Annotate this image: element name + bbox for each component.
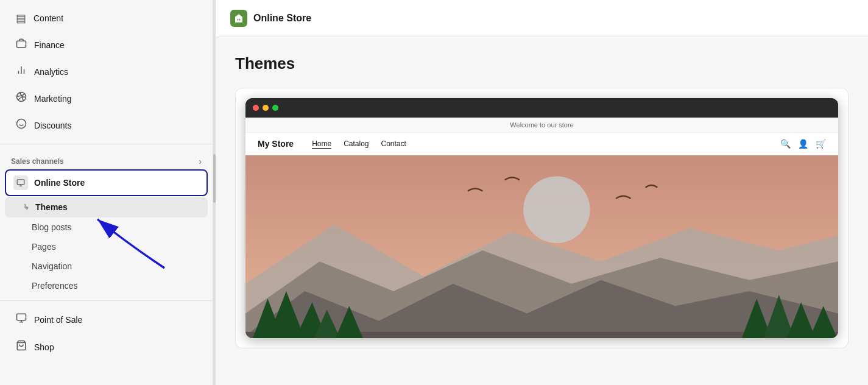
- content-icon: ▤: [16, 12, 26, 25]
- svg-point-17: [523, 176, 590, 242]
- sidebar-item-preferences[interactable]: Preferences: [5, 276, 208, 295]
- store-nav-home[interactable]: Home: [312, 140, 331, 149]
- browser-dot-red: [253, 105, 259, 111]
- svg-rect-14: [238, 19, 239, 21]
- sidebar-item-shop[interactable]: Shop: [5, 334, 208, 360]
- main-content: Online Store Themes Welcome to our store: [216, 0, 868, 385]
- svg-rect-11: [17, 314, 26, 320]
- sidebar-item-marketing[interactable]: Marketing: [5, 85, 208, 111]
- sidebar-item-navigation[interactable]: Navigation: [5, 256, 208, 276]
- marketing-icon: [16, 91, 27, 105]
- sidebar: ▤ Content Finance Analytics Marketing: [0, 0, 213, 385]
- store-nav-icons: 🔍 👤 🛒: [780, 139, 826, 149]
- store-nav-catalog[interactable]: Catalog: [344, 140, 369, 148]
- browser-dot-yellow: [263, 105, 269, 111]
- sidebar-item-pages[interactable]: Pages: [5, 237, 208, 256]
- store-hero: [245, 155, 838, 338]
- point-of-sale-icon: [16, 313, 27, 327]
- sidebar-item-analytics[interactable]: Analytics: [5, 58, 208, 85]
- sidebar-item-discounts[interactable]: Discounts: [5, 112, 208, 138]
- store-logo: My Store: [258, 139, 294, 149]
- sidebar-item-blog-posts[interactable]: Blog posts: [5, 217, 208, 237]
- svg-rect-0: [17, 41, 26, 48]
- sidebar-item-themes[interactable]: ↳ Themes: [5, 197, 208, 217]
- svg-point-5: [17, 119, 26, 129]
- sidebar-item-online-store[interactable]: Online Store: [5, 169, 208, 196]
- sidebar-item-point-of-sale[interactable]: Point of Sale: [5, 306, 208, 333]
- sales-channels-label: Sales channels ›: [0, 149, 213, 169]
- store-nav-contact[interactable]: Contact: [381, 140, 406, 148]
- search-icon: 🔍: [780, 139, 791, 149]
- cart-icon: 🛒: [816, 139, 826, 149]
- browser-bar: [245, 98, 838, 118]
- theme-preview-card: Welcome to our store My Store Home Catal…: [235, 88, 849, 348]
- page-title: Themes: [235, 54, 849, 73]
- store-announcement: Welcome to our store: [245, 118, 838, 133]
- sales-channels-chevron[interactable]: ›: [199, 157, 202, 166]
- themes-arrow-icon: ↳: [23, 203, 29, 211]
- browser-dot-green: [272, 105, 278, 111]
- topbar-title: Online Store: [253, 13, 311, 24]
- content-area: Themes Welcome to our store My Store: [216, 37, 868, 385]
- browser-mockup: Welcome to our store My Store Home Catal…: [245, 98, 838, 338]
- store-nav: My Store Home Catalog Contact 🔍 👤 🛒: [245, 133, 838, 155]
- analytics-icon: [16, 65, 27, 79]
- topbar: Online Store: [216, 0, 868, 37]
- discounts-icon: [16, 118, 27, 132]
- svg-rect-8: [17, 180, 24, 185]
- shop-icon: [16, 340, 27, 354]
- online-store-icon: [13, 175, 28, 190]
- finance-icon: [16, 38, 27, 52]
- sidebar-item-finance[interactable]: Finance: [5, 32, 208, 58]
- account-icon: 👤: [798, 139, 808, 149]
- store-preview: Welcome to our store My Store Home Catal…: [245, 118, 838, 338]
- sidebar-item-content[interactable]: ▤ Content: [5, 5, 208, 31]
- svg-rect-15: [239, 19, 241, 21]
- topbar-icon: [230, 10, 247, 27]
